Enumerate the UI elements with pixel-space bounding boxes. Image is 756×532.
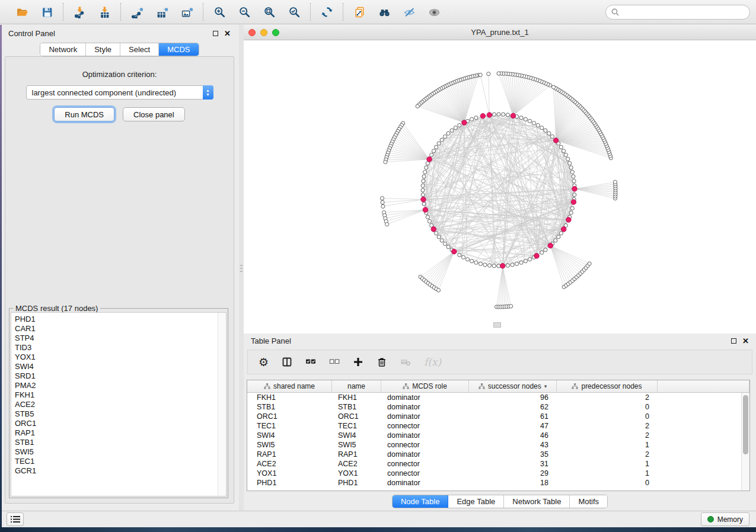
run-mcds-button[interactable]: Run MCDS	[54, 107, 114, 121]
table-row[interactable]: ACE2ACE2connector311	[247, 459, 749, 469]
cell-successor_nodes[interactable]: 47	[469, 421, 557, 431]
table-row[interactable]: RAP1RAP1dominator352	[247, 450, 749, 459]
memory-button[interactable]: Memory	[701, 512, 749, 526]
close-panel-button[interactable]: Close panel	[123, 107, 185, 121]
cell-mcds_role[interactable]: dominator	[381, 450, 469, 459]
search-input[interactable]	[623, 8, 744, 16]
cell-shared_name[interactable]: SWI4	[247, 431, 332, 440]
cell-successor_nodes[interactable]: 29	[469, 469, 557, 478]
cell-mcds_role[interactable]: dominator	[381, 431, 469, 440]
zoom-selected-button[interactable]	[286, 4, 302, 20]
cell-predecessor_nodes[interactable]: 2	[557, 421, 658, 431]
zoom-in-button[interactable]	[211, 4, 228, 20]
cell-successor_nodes[interactable]: 35	[469, 450, 557, 459]
result-node-item[interactable]: CAR1	[15, 324, 226, 334]
cell-predecessor_nodes[interactable]: 0	[557, 478, 658, 488]
task-history-button[interactable]	[7, 512, 24, 526]
cell-mcds_role[interactable]: dominator	[381, 393, 469, 402]
column-header-name[interactable]: name	[332, 380, 381, 392]
cell-successor_nodes[interactable]: 18	[469, 478, 557, 488]
cell-mcds_role[interactable]: dominator	[381, 402, 469, 412]
split-panel-button[interactable]	[282, 357, 292, 367]
network-canvas[interactable]	[244, 40, 756, 333]
column-header-shared-name[interactable]: shared name	[247, 380, 332, 392]
cell-mcds_role[interactable]: connector	[381, 469, 469, 478]
cell-mcds_role[interactable]: connector	[381, 421, 469, 431]
cell-predecessor_nodes[interactable]: 0	[557, 412, 658, 421]
result-node-item[interactable]: STB5	[15, 409, 226, 419]
result-node-item[interactable]: SWI5	[15, 447, 226, 457]
mcds-result-list[interactable]: PHD1CAR1STP4TID3YOX1SWI4SRD1PMA2FKH1ACE2…	[11, 312, 227, 496]
result-node-item[interactable]: TID3	[15, 343, 226, 352]
settings-button[interactable]: ⚙	[259, 357, 269, 368]
cell-name[interactable]: TEC1	[332, 421, 381, 431]
export-image-button[interactable]	[178, 4, 195, 20]
result-node-item[interactable]: TEC1	[15, 457, 226, 466]
table-scrollbar-thumb[interactable]	[743, 395, 748, 454]
result-node-item[interactable]: ACE2	[15, 400, 226, 409]
table-tab-node-table[interactable]: Node Table	[393, 495, 449, 508]
cell-predecessor_nodes[interactable]: 2	[557, 431, 658, 440]
result-node-item[interactable]: FKH1	[15, 390, 226, 400]
zoom-fit-button[interactable]	[261, 4, 277, 20]
cell-predecessor_nodes[interactable]: 0	[557, 402, 658, 412]
vertical-splitter[interactable]	[239, 25, 244, 511]
cell-name[interactable]: YOX1	[332, 469, 381, 478]
result-node-item[interactable]: RAP1	[15, 428, 226, 438]
result-node-item[interactable]: SWI4	[15, 362, 226, 371]
import-table-button[interactable]	[96, 4, 113, 20]
cell-predecessor_nodes[interactable]: 2	[557, 393, 658, 402]
cell-shared_name[interactable]: RAP1	[247, 450, 332, 459]
criterion-dropdown[interactable]: largest connected component (undirected)…	[26, 85, 213, 100]
result-node-item[interactable]: GCR1	[15, 466, 226, 476]
table-row[interactable]: STB1STB1dominator620	[247, 402, 749, 412]
cell-predecessor_nodes[interactable]: 1	[557, 469, 658, 478]
tab-style[interactable]: Style	[86, 43, 120, 56]
horizontal-splitter-grip[interactable]	[493, 322, 501, 328]
zoom-out-button[interactable]	[236, 4, 253, 20]
cell-shared_name[interactable]: SWI5	[247, 440, 332, 450]
table-scrollbar[interactable]	[741, 393, 749, 491]
cell-name[interactable]: STB1	[332, 402, 381, 412]
hide-elements-button[interactable]	[401, 4, 417, 20]
table-row[interactable]: PHD1PHD1dominator180	[247, 478, 749, 488]
refresh-button[interactable]	[318, 4, 335, 20]
save-session-button[interactable]	[39, 4, 55, 20]
cell-successor_nodes[interactable]: 61	[469, 412, 557, 421]
cell-successor_nodes[interactable]: 46	[469, 431, 557, 440]
network-window-titlebar[interactable]: YPA_prune.txt_1	[244, 25, 756, 40]
cell-predecessor_nodes[interactable]: 2	[557, 450, 658, 459]
cell-name[interactable]: FKH1	[332, 393, 381, 402]
column-header-successor-nodes[interactable]: successor nodes▾	[469, 380, 557, 392]
open-file-button[interactable]	[14, 4, 30, 20]
cell-name[interactable]: RAP1	[332, 450, 381, 459]
cell-successor_nodes[interactable]: 96	[469, 393, 557, 402]
deselect-all-button[interactable]	[329, 357, 340, 367]
cell-name[interactable]: SWI4	[332, 431, 381, 440]
cell-shared_name[interactable]: PHD1	[247, 478, 332, 488]
result-node-item[interactable]: SRD1	[15, 371, 226, 381]
table-tab-motifs[interactable]: Motifs	[570, 495, 607, 508]
close-table-panel-icon[interactable]: ✕	[742, 337, 749, 345]
column-header-MCDS-role[interactable]: MCDS role	[381, 380, 469, 392]
table-row[interactable]: ORC1ORC1dominator610	[247, 412, 749, 421]
binoculars-button[interactable]	[376, 4, 393, 20]
add-row-button[interactable]	[353, 357, 363, 367]
cell-successor_nodes[interactable]: 62	[469, 402, 557, 412]
import-network-button[interactable]	[71, 4, 88, 20]
result-node-item[interactable]: PHD1	[15, 315, 226, 324]
cell-mcds_role[interactable]: connector	[381, 459, 469, 469]
result-list-scrollbar[interactable]	[218, 313, 226, 496]
delete-row-button[interactable]	[377, 357, 387, 367]
result-node-item[interactable]: ORC1	[15, 419, 226, 428]
show-elements-button[interactable]	[426, 4, 442, 20]
cell-shared_name[interactable]: ORC1	[247, 412, 332, 421]
tab-mcds[interactable]: MCDS	[159, 43, 198, 56]
result-node-item[interactable]: YOX1	[15, 352, 226, 362]
table-row[interactable]: SWI4SWI4dominator462	[247, 431, 749, 440]
search-box[interactable]	[605, 5, 750, 20]
cell-successor_nodes[interactable]: 43	[469, 440, 557, 450]
cell-successor_nodes[interactable]: 31	[469, 459, 557, 469]
table-row[interactable]: YOX1YOX1connector291	[247, 469, 749, 478]
cell-shared_name[interactable]: YOX1	[247, 469, 332, 478]
